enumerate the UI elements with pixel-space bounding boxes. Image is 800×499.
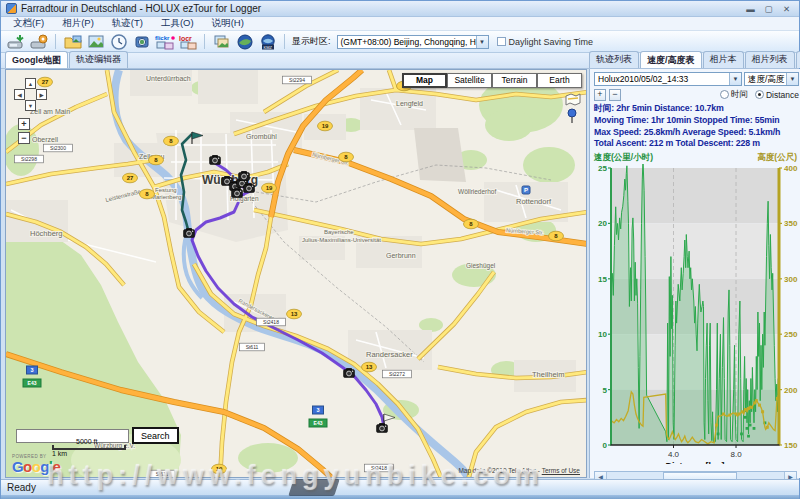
svg-text:Lengfeld: Lengfeld <box>396 100 423 108</box>
export-kmz-icon[interactable]: KMZ <box>256 32 279 51</box>
svg-text:27: 27 <box>127 175 134 181</box>
pan-left-button[interactable]: ◀ <box>14 89 25 100</box>
svg-text:E43: E43 <box>28 380 37 386</box>
chevron-down-icon[interactable]: ▼ <box>786 73 798 85</box>
main-content: UnterdürrbachLengfeldGrombühlUniversität… <box>1 69 799 479</box>
chart-zoom-out-button[interactable]: − <box>609 89 621 101</box>
tab-speed-altitude[interactable]: 速度/高度表 <box>640 51 702 68</box>
map-type-map[interactable]: Map <box>402 73 447 88</box>
chevron-down-icon[interactable]: ▼ <box>729 73 741 85</box>
chart-type-value: 速度/高度 <box>748 74 784 84</box>
read-device-icon[interactable] <box>4 32 27 51</box>
distance-radio[interactable] <box>755 90 764 99</box>
altitude-axis-title: 高度(公尺) <box>757 152 797 164</box>
toolbar-separator <box>284 34 285 49</box>
road-shield: 3 <box>313 406 324 414</box>
track-select[interactable]: Holux2010/05/02_14:33 ▼ <box>594 72 742 86</box>
road-shield: St611 <box>150 470 175 478</box>
menu-help[interactable]: 说明(H) <box>203 17 253 30</box>
svg-text:15: 15 <box>598 275 607 284</box>
watermark-logo <box>288 479 340 496</box>
map-pin-icon[interactable] <box>567 108 577 128</box>
terms-of-use-link[interactable]: Terms of Use <box>542 467 580 474</box>
road-shield: 13 <box>287 309 302 319</box>
svg-text:Grombühl: Grombühl <box>246 133 277 140</box>
map-type-terrain[interactable]: Terrain <box>492 73 537 88</box>
map-zoom-in-button[interactable]: + <box>18 118 30 130</box>
add-photo-icon[interactable] <box>84 32 107 51</box>
minimize-icon[interactable]: ▬ <box>743 3 758 15</box>
status-bar: Ready <box>1 479 799 499</box>
tab-photo-album[interactable]: 相片本 <box>703 51 744 68</box>
kmz-label: KMZ <box>263 44 272 49</box>
road-shield: 8 <box>149 155 164 165</box>
svg-text:Höchberg: Höchberg <box>30 229 63 238</box>
tab-photo-list[interactable]: 相片列表 <box>745 51 795 68</box>
menu-photo[interactable]: 相片(P) <box>53 17 103 30</box>
svg-text:St2298: St2298 <box>21 156 37 162</box>
stat-speeds: Max Speed: 25.8km/h Average Speed: 5.1km… <box>594 127 799 139</box>
pan-up-button[interactable]: ▲ <box>25 78 36 89</box>
device-settings-icon[interactable] <box>27 32 50 51</box>
timezone-select[interactable]: (GMT+08:00) Beijing, Chongqing, Ho ▼ <box>337 35 489 49</box>
toolbar-separator <box>204 34 205 49</box>
shift-time-clock-icon[interactable] <box>107 32 130 51</box>
scale-km-label: 1 km <box>52 450 126 457</box>
camera-icon <box>232 188 243 198</box>
chevron-down-icon[interactable]: ▼ <box>476 36 488 48</box>
time-radio[interactable] <box>720 90 729 99</box>
google-wordmark: Google <box>12 459 60 474</box>
menu-file[interactable]: 文档(F) <box>4 17 53 30</box>
svg-text:10: 10 <box>598 330 607 339</box>
map-zoom-out-button[interactable]: − <box>18 132 30 144</box>
svg-text:Festung: Festung <box>155 187 177 193</box>
svg-text:0: 0 <box>603 441 608 450</box>
open-photo-folder-icon[interactable] <box>61 32 84 51</box>
map-canvas[interactable]: UnterdürrbachLengfeldGrombühlUniversität… <box>6 70 587 478</box>
search-button[interactable]: Search <box>132 427 179 444</box>
svg-text:P: P <box>524 187 528 193</box>
tab-google-map[interactable]: Google地图 <box>5 51 68 68</box>
window-title: Farradtour in Deutschland - HOLUX ezTour… <box>21 3 261 14</box>
toolbar-separator <box>55 34 56 49</box>
google-earth-icon[interactable] <box>233 32 256 51</box>
locr-upload-icon[interactable]: locr <box>176 32 199 51</box>
pan-down-button[interactable]: ▼ <box>25 100 36 111</box>
road-shield: 8 <box>339 152 354 162</box>
road-shield: St2294 <box>282 76 311 84</box>
pan-right-button[interactable]: ▶ <box>36 89 47 100</box>
svg-text:3: 3 <box>30 367 33 373</box>
camera-icon <box>239 171 250 181</box>
svg-text:Distance [km]: Distance [km] <box>665 461 724 464</box>
geotag-photo-icon[interactable] <box>130 32 153 51</box>
chart-zoom-in-button[interactable]: + <box>594 89 606 101</box>
export-photo-icon[interactable] <box>210 32 233 51</box>
maximize-icon[interactable]: ▢ <box>761 3 776 15</box>
dst-checkbox[interactable] <box>497 37 506 46</box>
map-type-satellite[interactable]: Satellite <box>447 73 492 88</box>
map-attribution: Map data ©2010 Tele Atlas - Terms of Use <box>458 467 580 474</box>
stat-time-distance: 时间: 2hr 5min Distance: 10.7km <box>594 103 799 115</box>
svg-text:E43: E43 <box>314 420 323 426</box>
svg-text:400: 400 <box>784 164 798 173</box>
close-icon[interactable]: ✕ <box>779 3 794 15</box>
speed-altitude-chart: 05101520251502002503003504004.08.0Distan… <box>594 164 800 464</box>
svg-text:St611: St611 <box>246 344 259 350</box>
chart-type-select[interactable]: 速度/高度 ▼ <box>744 72 799 86</box>
app-icon <box>6 3 17 14</box>
map-type-earth[interactable]: Earth <box>537 73 582 88</box>
tab-multimedia-list[interactable]: 多媒体列表 <box>796 51 800 68</box>
tab-track-list[interactable]: 轨迹列表 <box>589 51 639 68</box>
road-shield: 3 <box>27 366 38 374</box>
attribution-text: Map data ©2010 Tele Atlas - <box>458 467 541 474</box>
svg-text:St2418: St2418 <box>371 465 387 471</box>
road-shield: 8 <box>164 136 179 146</box>
menu-track[interactable]: 轨迹(T) <box>103 17 152 30</box>
road-shield: St2418 <box>364 464 393 472</box>
tab-track-editor[interactable]: 轨迹编辑器 <box>69 51 128 68</box>
camera-icon <box>244 183 255 193</box>
flickr-upload-icon[interactable]: flickr <box>153 32 176 51</box>
road-shield: 19 <box>318 121 333 131</box>
map-viewport[interactable]: UnterdürrbachLengfeldGrombühlUniversität… <box>5 69 587 478</box>
menu-tools[interactable]: 工具(O) <box>152 17 203 30</box>
